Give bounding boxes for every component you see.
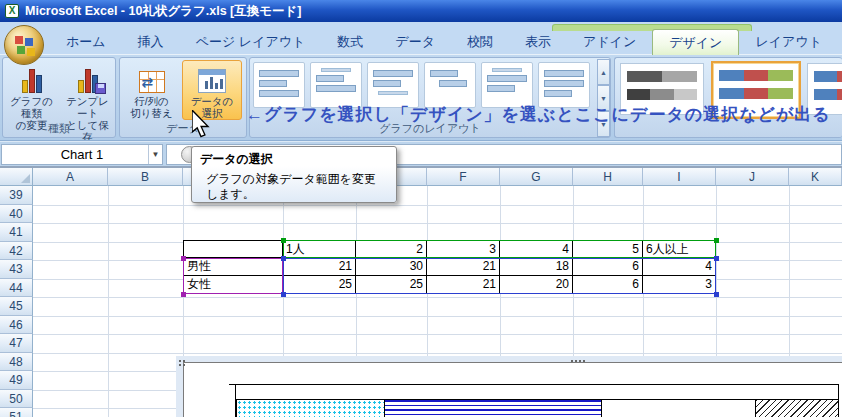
range-handle[interactable] xyxy=(281,292,286,297)
chart-layout-option-2[interactable] xyxy=(310,62,362,108)
row-header-40[interactable]: 40 xyxy=(0,205,33,224)
chart-layout-option-6[interactable] xyxy=(538,62,590,108)
tab-校閲[interactable]: 校閲 xyxy=(451,29,509,55)
change-chart-type-button[interactable]: グラフの種類の変更 xyxy=(4,60,59,132)
tab-ホーム[interactable]: ホーム xyxy=(50,29,122,55)
table-cell[interactable]: 女性 xyxy=(183,276,283,294)
office-button[interactable] xyxy=(4,25,44,65)
row-header-44[interactable]: 44 xyxy=(0,279,33,298)
chart-top-handle[interactable] xyxy=(570,359,585,363)
range-handle[interactable] xyxy=(181,292,186,297)
tab-データ[interactable]: データ xyxy=(379,29,451,55)
range-handle[interactable] xyxy=(281,238,286,243)
table-cell[interactable]: 6 xyxy=(573,276,643,294)
table-cell[interactable]: 21 xyxy=(283,258,356,276)
column-header-I[interactable]: I xyxy=(643,168,716,186)
range-handle[interactable] xyxy=(714,292,719,297)
chart-layout-option-3[interactable] xyxy=(367,62,419,108)
row-header-48[interactable]: 48 xyxy=(0,353,33,372)
gridline-h xyxy=(33,223,842,224)
gridline-h xyxy=(33,297,842,298)
row-header-50[interactable]: 50 xyxy=(0,390,33,409)
table-cell[interactable] xyxy=(183,240,283,258)
gridline-h xyxy=(33,316,842,317)
table-cell[interactable]: 25 xyxy=(283,276,356,294)
row-header-41[interactable]: 41 xyxy=(0,223,33,242)
table-cell[interactable]: 2 xyxy=(356,240,427,258)
range-handle[interactable] xyxy=(714,238,719,243)
table-cell[interactable]: 5 xyxy=(573,240,643,258)
layout-gallery-scrollbar: ▲ ▼ ▼ xyxy=(597,59,610,138)
name-box-dropdown-icon[interactable]: ▼ xyxy=(148,145,162,164)
row-header-46[interactable]: 46 xyxy=(0,316,33,335)
mouse-cursor xyxy=(192,110,211,142)
row-header-43[interactable]: 43 xyxy=(0,260,33,279)
gridline-h xyxy=(33,334,842,335)
excel-window: X Microsoft Excel - 10礼状グラフ.xls [互換モード] … xyxy=(0,0,842,417)
column-header-G[interactable]: G xyxy=(500,168,573,186)
table-cell[interactable]: 20 xyxy=(500,276,573,294)
table-cell[interactable]: 4 xyxy=(643,258,716,276)
chart-layout-option-4[interactable] xyxy=(424,62,476,108)
select-data-button[interactable]: データの選択 xyxy=(182,60,242,120)
group-label-data: データ xyxy=(120,121,246,136)
table-cell[interactable]: 21 xyxy=(427,276,500,294)
table-cell[interactable]: 18 xyxy=(500,258,573,276)
column-header-K[interactable]: K xyxy=(789,168,842,186)
range-handle[interactable] xyxy=(181,256,186,261)
table-cell[interactable]: 25 xyxy=(356,276,427,294)
column-header-J[interactable]: J xyxy=(716,168,789,186)
row-header-47[interactable]: 47 xyxy=(0,334,33,353)
switch-row-column-button[interactable]: ⇄ 行/列の切り替え xyxy=(123,60,180,120)
tab-挿入[interactable]: 挿入 xyxy=(122,29,180,55)
name-box[interactable]: Chart 1 xyxy=(1,144,163,165)
table-cell[interactable]: 3 xyxy=(427,240,500,258)
gallery-scroll-up-icon[interactable]: ▲ xyxy=(597,59,610,85)
title-bar: X Microsoft Excel - 10礼状グラフ.xls [互換モード] xyxy=(0,0,842,22)
row-header-45[interactable]: 45 xyxy=(0,297,33,316)
column-header-H[interactable]: H xyxy=(573,168,643,186)
bar-segment-dots[interactable] xyxy=(236,399,385,417)
office-logo-part xyxy=(15,36,23,44)
tab-アドイン[interactable]: アドイン xyxy=(567,29,652,55)
row-header-42[interactable]: 42 xyxy=(0,242,33,261)
window-title: Microsoft Excel - 10礼状グラフ.xls [互換モード] xyxy=(25,0,302,22)
tab-数式[interactable]: 数式 xyxy=(321,29,379,55)
table-cell[interactable]: 30 xyxy=(356,258,427,276)
row-header-39[interactable]: 39 xyxy=(0,186,33,205)
tab-レイアウト[interactable]: レイアウト xyxy=(739,29,838,55)
chart-corner-handle[interactable] xyxy=(178,359,186,367)
select-data-icon xyxy=(183,61,241,95)
office-logo-part xyxy=(27,48,35,56)
change-chart-type-icon xyxy=(5,61,58,95)
table-cell[interactable]: 21 xyxy=(427,258,500,276)
tab-書式[interactable]: 書式 xyxy=(838,29,842,55)
bar-segment-horizontal-lines[interactable] xyxy=(384,399,602,417)
row-header-51[interactable]: 51 xyxy=(0,408,33,417)
tab-表示[interactable]: 表示 xyxy=(509,29,567,55)
column-header-A[interactable]: A xyxy=(33,168,108,186)
column-header-B[interactable]: B xyxy=(108,168,183,186)
tooltip-body: グラフの対象データ範囲を変更します。 xyxy=(200,172,388,202)
table-cell[interactable]: 1人 xyxy=(283,240,356,258)
select-data-tooltip: データの選択 グラフの対象データ範囲を変更します。 xyxy=(191,146,397,203)
table-cell[interactable]: 6 xyxy=(573,258,643,276)
chart-layout-option-1[interactable] xyxy=(253,62,305,108)
table-cell[interactable]: 6人以上 xyxy=(643,240,716,258)
save-as-template-button[interactable]: テンプレートとして保存 xyxy=(60,60,115,144)
tab-design-active[interactable]: デザイン xyxy=(652,29,739,55)
tab-ページ レイアウト[interactable]: ページ レイアウト xyxy=(180,29,322,55)
range-handle[interactable] xyxy=(281,256,286,261)
chart-layout-option-5[interactable] xyxy=(481,62,533,108)
tooltip-title: データの選択 xyxy=(200,151,388,168)
bar-segment-hatch[interactable] xyxy=(755,399,839,417)
bar-segment-plain[interactable] xyxy=(601,399,756,417)
table-cell[interactable]: 4 xyxy=(500,240,573,258)
table-cell[interactable]: 男性 xyxy=(183,258,283,276)
column-header-F[interactable]: F xyxy=(427,168,500,186)
range-handle[interactable] xyxy=(714,256,719,261)
office-logo-part xyxy=(17,46,25,54)
table-cell[interactable]: 3 xyxy=(643,276,716,294)
row-header-49[interactable]: 49 xyxy=(0,371,33,390)
select-all-corner[interactable] xyxy=(0,168,33,186)
